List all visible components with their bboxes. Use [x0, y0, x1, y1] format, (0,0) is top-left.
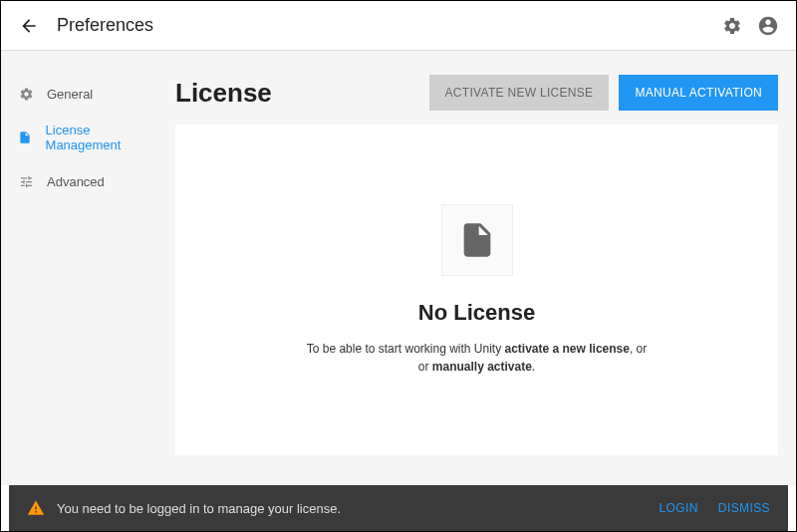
app-header: Preferences: [1, 1, 796, 51]
file-icon: [457, 216, 497, 264]
account-icon: [757, 15, 779, 37]
desc-bold: manually activate: [432, 360, 532, 374]
section-title: License: [175, 78, 272, 109]
sidebar-item-advanced[interactable]: Advanced: [1, 162, 175, 200]
sliders-icon: [17, 172, 35, 190]
main-header: License ACTIVATE NEW LICENSE MANUAL ACTI…: [175, 75, 778, 111]
desc-text: .: [532, 360, 535, 374]
settings-button[interactable]: [720, 14, 744, 38]
desc-text: , or: [630, 342, 647, 356]
page-title: Preferences: [57, 15, 153, 36]
login-button[interactable]: LOGIN: [660, 501, 698, 515]
license-empty-card: No License To be able to start working w…: [175, 125, 778, 455]
gear-icon: [722, 16, 742, 36]
activate-new-license-button[interactable]: ACTIVATE NEW LICENSE: [429, 75, 610, 111]
account-button[interactable]: [756, 14, 780, 38]
file-icon-box: [441, 204, 513, 276]
file-icon: [17, 129, 34, 146]
sidebar-item-license[interactable]: License Management: [1, 113, 175, 162]
empty-heading: No License: [418, 300, 535, 326]
empty-description: To be able to start working with Unity a…: [307, 340, 648, 376]
desc-bold: activate a new license: [505, 342, 630, 356]
main-content: License ACTIVATE NEW LICENSE MANUAL ACTI…: [175, 51, 796, 485]
notification-message: You need to be logged in to manage your …: [57, 501, 341, 516]
desc-text: To be able to start working with Unity: [307, 342, 505, 356]
sidebar-item-label: License Management: [46, 123, 159, 152]
notification-bar: You need to be logged in to manage your …: [9, 485, 788, 531]
arrow-left-icon: [19, 16, 39, 36]
sidebar: General License Management Advanced: [1, 51, 175, 485]
dismiss-button[interactable]: DISMISS: [718, 501, 770, 515]
manual-activation-button[interactable]: MANUAL ACTIVATION: [619, 75, 778, 111]
warning-icon: [27, 499, 45, 517]
body: General License Management Advanced Lice…: [1, 51, 796, 485]
back-button[interactable]: [17, 14, 41, 38]
desc-text: or: [418, 360, 432, 374]
sidebar-item-general[interactable]: General: [1, 75, 175, 113]
sidebar-item-label: Advanced: [47, 174, 105, 189]
gear-icon: [17, 85, 35, 103]
sidebar-item-label: General: [47, 87, 93, 102]
